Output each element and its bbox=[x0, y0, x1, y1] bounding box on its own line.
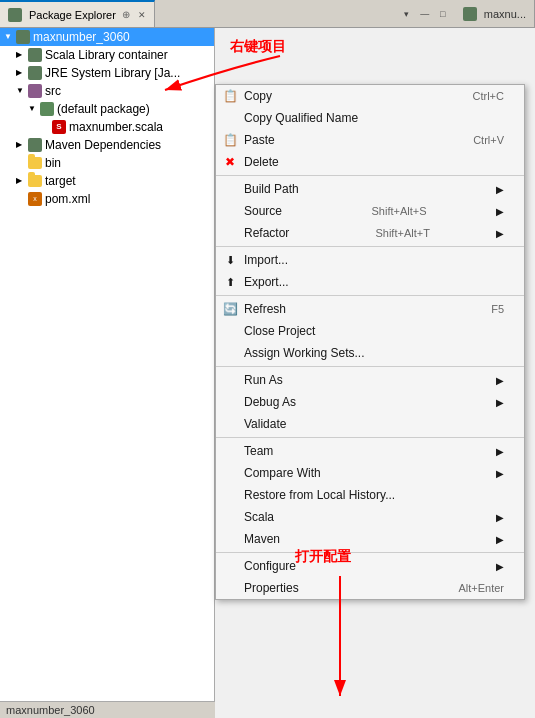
menu-item-validate[interactable]: Validate bbox=[216, 413, 524, 435]
chevron-right-icon: ▶ bbox=[16, 68, 26, 78]
menu-label: Delete bbox=[244, 155, 279, 169]
root-label: maxnumber_3060 bbox=[33, 30, 130, 44]
lib-icon bbox=[28, 66, 42, 80]
menu-item-assign-working-sets[interactable]: Assign Working Sets... bbox=[216, 342, 524, 364]
menu-item-delete[interactable]: ✖ Delete bbox=[216, 151, 524, 173]
separator bbox=[216, 295, 524, 296]
tree-item-pom[interactable]: x pom.xml bbox=[0, 190, 214, 208]
no-arrow bbox=[16, 194, 26, 204]
submenu-arrow-icon: ▶ bbox=[496, 446, 504, 457]
separator bbox=[216, 175, 524, 176]
menu-item-debug-as[interactable]: Debug As ▶ bbox=[216, 391, 524, 413]
tree-item-src[interactable]: ▼ src bbox=[0, 82, 214, 100]
folder-icon bbox=[28, 157, 42, 169]
tab-badge: ⊕ bbox=[122, 9, 130, 20]
submenu-arrow-icon: ▶ bbox=[496, 534, 504, 545]
tab-close-icon[interactable]: ✕ bbox=[138, 10, 146, 20]
package-explorer-tab-icon bbox=[8, 8, 22, 22]
source-shortcut: Shift+Alt+S bbox=[351, 205, 426, 217]
context-menu: 📋 Copy Ctrl+C Copy Qualified Name 📋 Past… bbox=[215, 84, 525, 600]
menu-item-copy-qualified[interactable]: Copy Qualified Name bbox=[216, 107, 524, 129]
annotation-right-click: 右键项目 bbox=[230, 38, 286, 56]
menu-item-refactor[interactable]: Refactor Shift+Alt+T ▶ bbox=[216, 222, 524, 244]
refresh-shortcut: F5 bbox=[471, 303, 504, 315]
submenu-arrow-icon: ▶ bbox=[496, 206, 504, 217]
menu-item-properties[interactable]: Properties Alt+Enter bbox=[216, 577, 524, 599]
pkg-icon bbox=[40, 102, 54, 116]
paste-shortcut: Ctrl+V bbox=[453, 134, 504, 146]
menu-item-compare-with[interactable]: Compare With ▶ bbox=[216, 462, 524, 484]
menu-label: Copy bbox=[244, 89, 272, 103]
tree-item-target[interactable]: ▶ target bbox=[0, 172, 214, 190]
chevron-right-icon: ▶ bbox=[16, 140, 26, 150]
menu-label: Compare With bbox=[244, 466, 321, 480]
menu-item-build-path[interactable]: Build Path ▶ bbox=[216, 178, 524, 200]
lib-icon bbox=[28, 48, 42, 62]
menu-label: Close Project bbox=[244, 324, 315, 338]
menu-item-refresh[interactable]: 🔄 Refresh F5 bbox=[216, 298, 524, 320]
tab-maxnumber[interactable]: maxnu... bbox=[455, 0, 535, 27]
chevron-right-icon: ▶ bbox=[16, 176, 26, 186]
menu-item-configure[interactable]: Configure ▶ bbox=[216, 555, 524, 577]
refactor-shortcut: Shift+Alt+T bbox=[355, 227, 429, 239]
menu-item-scala[interactable]: Scala ▶ bbox=[216, 506, 524, 528]
menu-label: Assign Working Sets... bbox=[244, 346, 365, 360]
tree-item-default-pkg[interactable]: ▼ (default package) bbox=[0, 100, 214, 118]
minimize-button[interactable]: — bbox=[417, 6, 433, 22]
submenu-arrow-icon: ▶ bbox=[496, 228, 504, 239]
tree-root-item[interactable]: ▼ maxnumber_3060 bbox=[0, 28, 214, 46]
submenu-arrow-icon: ▶ bbox=[496, 512, 504, 523]
menu-label: Copy Qualified Name bbox=[244, 111, 358, 125]
menu-label: Run As bbox=[244, 373, 283, 387]
no-arrow bbox=[16, 158, 26, 168]
menu-label: Maven bbox=[244, 532, 280, 546]
package-explorer-panel: ▼ maxnumber_3060 ▶ Scala Library contain… bbox=[0, 28, 215, 718]
submenu-arrow-icon: ▶ bbox=[496, 397, 504, 408]
menu-item-paste[interactable]: 📋 Paste Ctrl+V bbox=[216, 129, 524, 151]
tree-item[interactable]: ▶ Scala Library container bbox=[0, 46, 214, 64]
item-label: maxnumber.scala bbox=[69, 120, 163, 134]
menu-item-team[interactable]: Team ▶ bbox=[216, 440, 524, 462]
dropdown-button[interactable]: ▾ bbox=[399, 6, 415, 22]
menu-item-export[interactable]: ⬆ Export... bbox=[216, 271, 524, 293]
tree-item-bin[interactable]: bin bbox=[0, 154, 214, 172]
menu-item-copy[interactable]: 📋 Copy Ctrl+C bbox=[216, 85, 524, 107]
maximize-button[interactable]: □ bbox=[435, 6, 451, 22]
export-icon: ⬆ bbox=[222, 274, 238, 290]
separator bbox=[216, 246, 524, 247]
tab-label: Package Explorer bbox=[29, 9, 116, 21]
menu-item-restore-history[interactable]: Restore from Local History... bbox=[216, 484, 524, 506]
chevron-right-icon: ▶ bbox=[16, 50, 26, 60]
lib-icon bbox=[28, 138, 42, 152]
separator bbox=[216, 437, 524, 438]
menu-item-run-as[interactable]: Run As ▶ bbox=[216, 369, 524, 391]
separator bbox=[216, 552, 524, 553]
menu-label: Build Path bbox=[244, 182, 299, 196]
menu-label: Validate bbox=[244, 417, 286, 431]
tree-item[interactable]: ▶ JRE System Library [Ja... bbox=[0, 64, 214, 82]
menu-label: Export... bbox=[244, 275, 289, 289]
menu-item-maven[interactable]: Maven ▶ bbox=[216, 528, 524, 550]
tab2-icon bbox=[463, 7, 477, 21]
refresh-icon: 🔄 bbox=[222, 301, 238, 317]
tab-package-explorer[interactable]: Package Explorer ⊕ ✕ bbox=[0, 0, 155, 27]
menu-item-close-project[interactable]: Close Project bbox=[216, 320, 524, 342]
chevron-down-icon: ▼ bbox=[16, 86, 26, 96]
tree-item-scala-file[interactable]: S maxnumber.scala bbox=[0, 118, 214, 136]
tree-arrow: ▼ bbox=[4, 32, 14, 42]
import-icon: ⬇ bbox=[222, 252, 238, 268]
xml-icon: x bbox=[28, 192, 42, 206]
item-label: src bbox=[45, 84, 61, 98]
menu-label: Configure bbox=[244, 559, 296, 573]
delete-icon: ✖ bbox=[222, 154, 238, 170]
submenu-arrow-icon: ▶ bbox=[496, 468, 504, 479]
item-label: Maven Dependencies bbox=[45, 138, 161, 152]
menu-label: Debug As bbox=[244, 395, 296, 409]
menu-item-source[interactable]: Source Shift+Alt+S ▶ bbox=[216, 200, 524, 222]
tree-item-maven[interactable]: ▶ Maven Dependencies bbox=[0, 136, 214, 154]
menu-label: Properties bbox=[244, 581, 299, 595]
menu-label: Restore from Local History... bbox=[244, 488, 395, 502]
menu-item-import[interactable]: ⬇ Import... bbox=[216, 249, 524, 271]
menu-label: Source bbox=[244, 204, 282, 218]
submenu-arrow-icon: ▶ bbox=[496, 184, 504, 195]
